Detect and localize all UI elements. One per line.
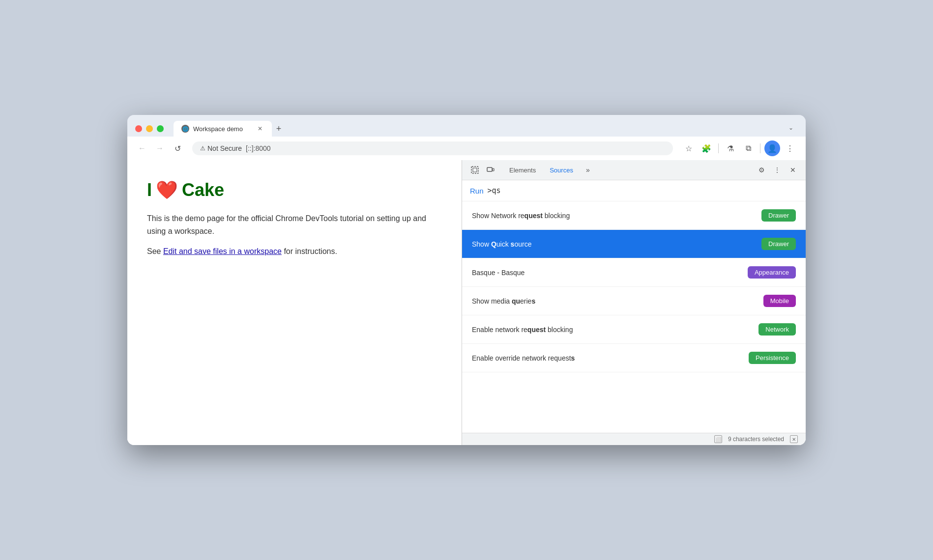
command-badge-mobile: Mobile	[763, 295, 796, 307]
forward-button[interactable]: →	[153, 141, 167, 155]
svg-rect-2	[487, 168, 492, 171]
chrome-menu-button[interactable]: ⋮	[782, 140, 798, 156]
command-badge-drawer-2: Drawer	[761, 238, 796, 250]
command-text: Show Network request blocking	[472, 212, 570, 220]
command-badge-appearance: Appearance	[748, 266, 796, 279]
devtools-settings-button[interactable]: ⚙	[755, 163, 768, 177]
status-icon: ⬜	[714, 435, 722, 443]
command-text-3: Show media queries	[472, 297, 535, 305]
toolbar-divider	[718, 143, 719, 153]
page-content: I ❤️ Cake This is the demo page for the …	[127, 160, 462, 445]
url-text: [::]:8000	[246, 144, 271, 152]
close-window-button[interactable]	[135, 125, 142, 132]
tab-close-button[interactable]: ✕	[256, 125, 264, 133]
heading-text-cake: Cake	[182, 180, 224, 200]
tab-elements[interactable]: Elements	[503, 165, 542, 176]
nav-buttons: ← → ↺	[135, 141, 184, 155]
new-tab-button[interactable]: +	[272, 122, 286, 136]
tab-title: Workspace demo	[193, 125, 243, 133]
devtools-tabs: Elements Sources »	[503, 163, 749, 177]
address-bar: ← → ↺ ⚠ Not Secure [::]:8000 ☆ 🧩	[127, 137, 806, 160]
devtools-status-bar: ⬜ 9 characters selected ✕	[462, 433, 806, 445]
minimize-window-button[interactable]	[146, 125, 153, 132]
maximize-window-button[interactable]	[157, 125, 164, 132]
command-item-2[interactable]: Basque - Basque Appearance	[462, 258, 806, 287]
page-paragraph-1: This is the demo page for the official C…	[147, 212, 442, 237]
svg-rect-1	[473, 168, 477, 172]
devtools-close-button[interactable]: ✕	[786, 163, 800, 177]
page-paragraph-2: See Edit and save files in a workspace f…	[147, 245, 442, 258]
heart-icon: ❤️	[156, 180, 178, 200]
title-bar: 🌐 Workspace demo ✕ + ⌄	[127, 115, 806, 137]
run-label: Run	[470, 187, 484, 195]
command-text-4: Enable network request blocking	[472, 326, 573, 334]
run-command-input: Run >qs	[470, 186, 798, 195]
command-item-5[interactable]: Enable override network requests Persist…	[462, 344, 806, 372]
status-text: 9 characters selected	[728, 436, 784, 443]
status-close-icon[interactable]: ✕	[790, 435, 798, 443]
run-query-text[interactable]: >qs	[488, 186, 501, 195]
command-text-2: Basque - Basque	[472, 269, 525, 277]
devtools-toolbar: Elements Sources » ⚙ ⋮ ✕	[462, 160, 806, 180]
command-item-3[interactable]: Show media queries Mobile	[462, 287, 806, 315]
command-palette-header: Run >qs	[462, 180, 806, 201]
command-results-list: Show Network request blocking Drawer Sho…	[462, 201, 806, 433]
svg-rect-0	[471, 167, 478, 173]
command-badge-drawer: Drawer	[761, 209, 796, 222]
browser-toolbar-icons: ☆ 🧩 ⚗ ⧉ 👤 ⋮	[681, 140, 798, 156]
command-badge-persistence: Persistence	[749, 352, 796, 364]
browser-tab[interactable]: 🌐 Workspace demo ✕	[174, 121, 272, 137]
split-button[interactable]: ⧉	[740, 140, 756, 156]
tab-expand-button[interactable]: ⌄	[784, 121, 798, 135]
toolbar-divider-2	[760, 143, 760, 153]
svg-rect-3	[493, 168, 494, 171]
page-heading: I ❤️ Cake	[147, 180, 442, 200]
tab-sources[interactable]: Sources	[544, 165, 579, 176]
inspect-element-button[interactable]	[468, 163, 482, 177]
traffic-lights	[135, 125, 164, 132]
not-secure-label: Not Secure	[207, 144, 242, 152]
extensions-button[interactable]: 🧩	[699, 140, 714, 156]
devtools-actions: ⚙ ⋮ ✕	[755, 163, 800, 177]
command-text-selected: Show Quick source	[472, 240, 531, 248]
device-toggle-button[interactable]	[484, 163, 497, 177]
reload-button[interactable]: ↺	[171, 141, 184, 155]
content-area: I ❤️ Cake This is the demo page for the …	[127, 160, 806, 445]
devtools-more-button[interactable]: ⋮	[770, 163, 784, 177]
browser-window: 🌐 Workspace demo ✕ + ⌄ ← → ↺	[127, 115, 806, 445]
heading-text-i: I	[147, 180, 152, 200]
tabs-area: 🌐 Workspace demo ✕ +	[174, 121, 778, 137]
back-button[interactable]: ←	[135, 141, 149, 155]
command-item-4[interactable]: Enable network request blocking Network	[462, 315, 806, 344]
bookmark-button[interactable]: ☆	[681, 140, 697, 156]
not-secure-indicator: ⚠ Not Secure	[200, 144, 242, 152]
more-tabs-button[interactable]: »	[581, 163, 595, 177]
command-badge-network: Network	[758, 323, 796, 336]
command-text-5: Enable override network requests	[472, 354, 575, 362]
command-item[interactable]: Show Network request blocking Drawer	[462, 201, 806, 230]
profile-button[interactable]: 👤	[764, 140, 780, 156]
workspace-link[interactable]: Edit and save files in a workspace	[163, 247, 282, 255]
tab-favicon: 🌐	[181, 125, 189, 133]
devtools-panel: Elements Sources » ⚙ ⋮ ✕	[462, 160, 806, 445]
url-bar[interactable]: ⚠ Not Secure [::]:8000	[192, 141, 673, 155]
lab-button[interactable]: ⚗	[723, 140, 738, 156]
command-item-selected[interactable]: Show Quick source Drawer	[462, 230, 806, 258]
